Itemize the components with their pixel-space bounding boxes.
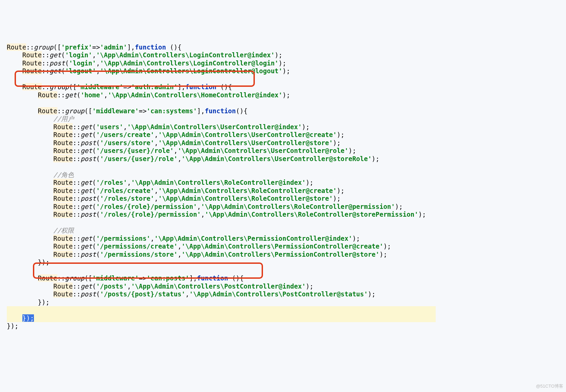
comment-permissions: //权限 xyxy=(53,227,74,234)
watermark: @51CTO博客 xyxy=(536,382,563,390)
selection: }); xyxy=(22,314,34,322)
comment-users: //用户 xyxy=(53,115,74,122)
code-block: Route::group(['prefix'=>'admin'],functio… xyxy=(0,32,566,354)
comment-roles: //角色 xyxy=(53,171,74,178)
class-name: Route xyxy=(7,43,26,51)
highlighted-line: }); xyxy=(7,306,436,322)
